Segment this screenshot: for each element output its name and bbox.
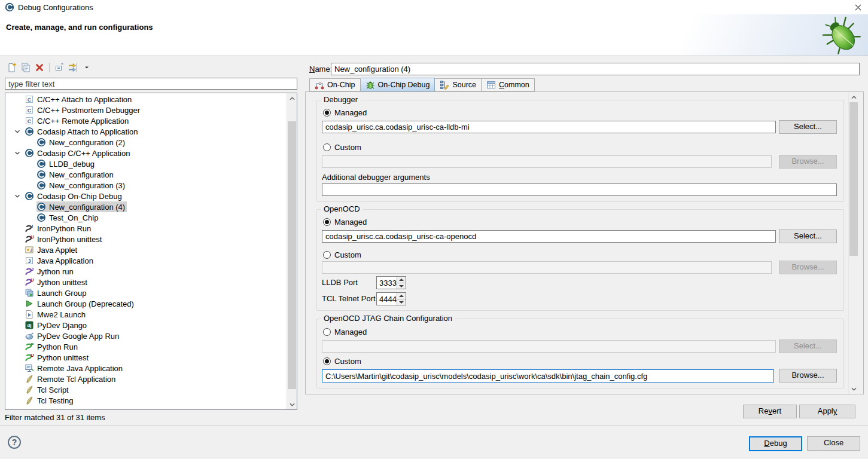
jtag-browse-button[interactable]: Browse...: [779, 369, 837, 382]
tab-content: Debugger Managed Select... Custom Browse…: [305, 91, 864, 394]
tree-item[interactable]: JJython run: [5, 266, 287, 277]
name-input[interactable]: [331, 63, 860, 75]
tab-common[interactable]: Common: [482, 78, 535, 91]
expander-icon[interactable]: [10, 148, 25, 158]
delete-button[interactable]: [33, 62, 45, 74]
duplicate-button[interactable]: [20, 62, 32, 74]
collapse-all-button[interactable]: [53, 62, 65, 74]
debugger-args-input[interactable]: [322, 183, 837, 196]
tree-item[interactable]: Codasip C/C++ Application: [5, 148, 287, 158]
expander-spacer: [10, 288, 25, 298]
revert-button[interactable]: Revert: [743, 405, 797, 418]
tree-item[interactable]: PPython Run: [5, 341, 287, 352]
lldb-port-spinner[interactable]: [376, 276, 406, 289]
tree-item[interactable]: New_configuration: [5, 169, 287, 180]
caret-down-icon: [84, 65, 90, 71]
tree-item[interactable]: UIronPython unittest: [5, 234, 287, 244]
tree-item[interactable]: CC/C++ Postmortem Debugger: [5, 105, 287, 115]
debugger-managed-radio[interactable]: [323, 109, 331, 117]
content-scrollbar-thumb[interactable]: [849, 102, 858, 256]
tab-source[interactable]: Source: [435, 78, 482, 91]
tree-item[interactable]: Test_On_Chip: [5, 212, 287, 223]
tree-item[interactable]: Launch Group (Deprecated): [5, 298, 287, 309]
expander-spacer: [22, 159, 36, 169]
scroll-down-icon[interactable]: [287, 399, 297, 409]
tcl-telnet-port-spinner[interactable]: [376, 292, 406, 305]
tree-scrollbar-thumb[interactable]: [288, 121, 296, 389]
tree-item[interactable]: LLDB_debug: [5, 158, 287, 169]
jtag-custom-input[interactable]: [322, 369, 774, 382]
delete-icon: [34, 62, 45, 73]
lldb-port-down-icon[interactable]: [397, 283, 406, 289]
filter-input[interactable]: [5, 78, 297, 90]
scroll-up-icon[interactable]: [849, 92, 858, 102]
expander-icon[interactable]: [10, 127, 25, 136]
openocd-select-button[interactable]: Select...: [779, 230, 837, 243]
tree-item[interactable]: CC/C++ Attach to Application: [5, 94, 287, 105]
window-close-button[interactable]: [848, 0, 868, 14]
debugger-managed-input[interactable]: [322, 121, 776, 133]
tree-item[interactable]: CC/C++ Remote Application: [5, 115, 287, 126]
tree-item[interactable]: Tcl Testing: [5, 395, 287, 406]
toolbar-separator: [49, 63, 50, 72]
close-button[interactable]: Close: [807, 436, 860, 451]
expander-spacer: [10, 94, 25, 104]
tree-scrollbar[interactable]: [287, 93, 297, 409]
expander-spacer: [10, 385, 25, 394]
apply-button[interactable]: Apply: [799, 405, 855, 418]
tree-item[interactable]: Tcl Script: [5, 384, 287, 395]
java-app-icon: J: [25, 256, 34, 265]
codasip-logo-icon: [5, 2, 14, 12]
tree-item[interactable]: UPython unittest: [5, 352, 287, 363]
tree-item[interactable]: PyDev Google App Run: [5, 331, 287, 341]
tree-item-label: New_configuration (4): [49, 203, 125, 212]
tree-item[interactable]: UJython unittest: [5, 277, 287, 287]
jtag-managed-label: Managed: [334, 328, 367, 336]
jtag-managed-radio[interactable]: [323, 328, 331, 336]
new-configuration-button[interactable]: [6, 62, 18, 74]
codasip-icon: [36, 159, 46, 169]
tree-item[interactable]: IIronPython Run: [5, 223, 287, 234]
debugger-select-button[interactable]: Select...: [779, 120, 837, 134]
snake-python-unit-icon: U: [25, 353, 34, 362]
lldb-port-value[interactable]: [377, 277, 397, 289]
tree-item[interactable]: djPyDev Django: [5, 320, 287, 331]
title-bar: Debug Configurations: [0, 0, 868, 14]
jtag-custom-radio[interactable]: [323, 357, 331, 365]
tree-item[interactable]: Codasip On-Chip Debug: [5, 191, 287, 201]
lldb-port-up-icon[interactable]: [397, 277, 406, 283]
tcl-telnet-port-value[interactable]: [377, 293, 397, 305]
tree-item[interactable]: JJava Application: [5, 255, 287, 266]
tree-item[interactable]: Launch Group: [5, 287, 287, 298]
tree-item-label: LLDB_debug: [49, 160, 95, 169]
tab-on-chip[interactable]: On-Chip: [309, 78, 361, 91]
tree-item[interactable]: Remote Tcl Application: [5, 374, 287, 384]
filter-icon: [68, 62, 78, 73]
tree-item[interactable]: Codasip Attach to Application: [5, 126, 287, 137]
tree-item[interactable]: New_configuration (4): [5, 201, 287, 212]
configuration-tabs: On-ChipOn-Chip DebugSourceCommon: [309, 78, 535, 91]
codasip-icon: [25, 148, 34, 158]
expander-icon[interactable]: [10, 191, 25, 201]
filter-menu-button[interactable]: [81, 62, 93, 74]
tab-on-chip-debug[interactable]: On-Chip Debug: [361, 78, 435, 91]
debugger-custom-radio[interactable]: [323, 143, 331, 151]
openocd-managed-radio[interactable]: [323, 218, 331, 226]
help-button[interactable]: ?: [8, 436, 21, 449]
tree-item[interactable]: Mwe2 Launch: [5, 309, 287, 320]
tcl-port-up-icon[interactable]: [397, 293, 406, 299]
tree-item[interactable]: New_configuration (2): [5, 137, 287, 148]
scroll-up-icon[interactable]: [287, 93, 297, 103]
content-scrollbar[interactable]: [848, 92, 858, 394]
filter-button[interactable]: [67, 62, 79, 74]
tree-item-label: Python Run: [37, 342, 78, 351]
scroll-down-icon[interactable]: [849, 384, 858, 394]
tree-item[interactable]: Remote Java Application: [5, 363, 287, 374]
openocd-managed-input[interactable]: [322, 230, 776, 243]
openocd-custom-radio[interactable]: [323, 251, 331, 259]
tree-item[interactable]: JJava Applet: [5, 244, 287, 255]
tcl-port-down-icon[interactable]: [397, 299, 406, 305]
tree-item[interactable]: New_configuration (3): [5, 180, 287, 191]
debug-button[interactable]: Debug: [749, 436, 802, 451]
debug-configurations-dialog: { "window": { "title": "Debug Configurat…: [0, 0, 868, 459]
